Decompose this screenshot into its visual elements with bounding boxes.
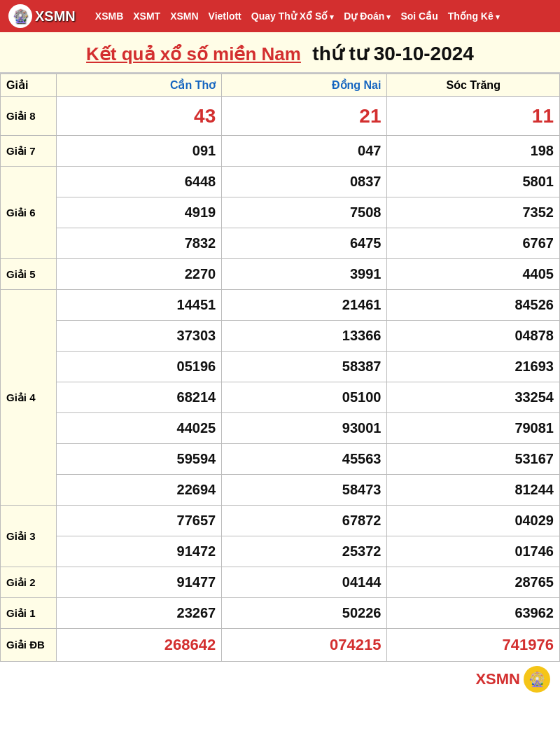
nav-vietlott[interactable]: Vietlott [209, 11, 241, 22]
data-cell-cantho: 05196 [57, 352, 222, 382]
data-cell-cantho: 268642 [57, 629, 222, 662]
logo-text: XSMN [35, 8, 76, 25]
table-row: Giải 2914770414428765 [1, 567, 560, 598]
nav-thongke[interactable]: Thống Kê [448, 11, 500, 22]
data-cell-cantho: 59594 [57, 444, 222, 475]
data-cell-cantho: 6448 [57, 167, 222, 197]
page-date: thứ tư 30-10-2024 [312, 43, 474, 64]
table-row: 682140510033254 [1, 382, 560, 413]
table-row: 491975087352 [1, 197, 560, 228]
data-cell-soctrang: 53167 [387, 444, 560, 475]
data-cell-dongnai: 6475 [222, 228, 387, 259]
giai-label: Giải 8 [1, 97, 57, 136]
nav-quaythu[interactable]: Quay Thử Xổ Số [251, 11, 335, 22]
table-row: Giải 8432111 [1, 97, 560, 136]
data-cell-cantho: 091 [57, 136, 222, 167]
giai-label: Giải 7 [1, 136, 57, 167]
footer: XSMN 🎡 [0, 662, 560, 700]
data-cell-soctrang: 04878 [387, 321, 560, 352]
data-cell-dongnai: 0837 [222, 167, 387, 197]
data-cell-soctrang: 741976 [387, 629, 560, 662]
data-cell-soctrang: 84526 [387, 290, 560, 321]
giai-label: Giải 2 [1, 567, 57, 598]
nav-xsmb[interactable]: XSMB [95, 11, 123, 22]
data-cell-soctrang: 21693 [387, 352, 560, 382]
data-cell-dongnai: 67872 [222, 506, 387, 536]
data-cell-soctrang: 11 [387, 97, 560, 136]
table-row: Giải ĐB268642074215741976 [1, 629, 560, 662]
giai-label: Giải 5 [1, 259, 57, 290]
data-cell-dongnai: 3991 [222, 259, 387, 290]
data-cell-cantho: 22694 [57, 475, 222, 506]
data-cell-cantho: 23267 [57, 598, 222, 629]
data-cell-cantho: 91472 [57, 536, 222, 567]
logo-icon: 🎡 [8, 4, 32, 28]
table-row: Giải 1232675022663962 [1, 598, 560, 629]
data-cell-dongnai: 21 [222, 97, 387, 136]
footer-logo-text: XSMN [475, 670, 520, 688]
data-cell-cantho: 7832 [57, 228, 222, 259]
data-cell-soctrang: 5801 [387, 167, 560, 197]
logo[interactable]: 🎡 XSMN [8, 4, 76, 28]
col-header-dongnai: Đồng Nai [222, 74, 387, 97]
giai-label: Giải 6 [1, 167, 57, 259]
table-row: Giải 7091047198 [1, 136, 560, 167]
data-cell-dongnai: 13366 [222, 321, 387, 352]
data-cell-cantho: 91477 [57, 567, 222, 598]
table-row: 373031336604878 [1, 321, 560, 352]
table-row: 440259300179081 [1, 413, 560, 444]
table-header-row: Giải Cần Thơ Đồng Nai Sóc Trăng [1, 74, 560, 97]
navbar: 🎡 XSMN XSMB XSMT XSMN Vietlott Quay Thử … [0, 0, 560, 32]
data-cell-soctrang: 79081 [387, 413, 560, 444]
data-cell-dongnai: 047 [222, 136, 387, 167]
data-cell-dongnai: 93001 [222, 413, 387, 444]
data-cell-soctrang: 6767 [387, 228, 560, 259]
data-cell-soctrang: 04029 [387, 506, 560, 536]
data-cell-dongnai: 074215 [222, 629, 387, 662]
data-cell-dongnai: 50226 [222, 598, 387, 629]
table-row: Giải 5227039914405 [1, 259, 560, 290]
data-cell-soctrang: 4405 [387, 259, 560, 290]
data-cell-soctrang: 81244 [387, 475, 560, 506]
data-cell-soctrang: 7352 [387, 197, 560, 228]
data-cell-cantho: 4919 [57, 197, 222, 228]
result-table: Giải Cần Thơ Đồng Nai Sóc Trăng Giải 843… [0, 74, 560, 662]
table-row: 783264756767 [1, 228, 560, 259]
giai-label: Giải 4 [1, 290, 57, 506]
page-title: Kết quả xổ số miền Nam [86, 43, 301, 64]
data-cell-dongnai: 45563 [222, 444, 387, 475]
table-row: 914722537201746 [1, 536, 560, 567]
data-cell-dongnai: 05100 [222, 382, 387, 413]
data-cell-soctrang: 198 [387, 136, 560, 167]
data-cell-dongnai: 58387 [222, 352, 387, 382]
data-cell-soctrang: 63962 [387, 598, 560, 629]
data-cell-cantho: 43 [57, 97, 222, 136]
nav-soicau[interactable]: Soi Cầu [400, 11, 438, 22]
page-header: Kết quả xổ số miền Nam thứ tư 30-10-2024 [0, 32, 560, 74]
nav-dudoan[interactable]: Dự Đoán [344, 11, 391, 22]
data-cell-dongnai: 04144 [222, 567, 387, 598]
table-row: Giải 3776576787204029 [1, 506, 560, 536]
table-row: 051965838721693 [1, 352, 560, 382]
table-row: Giải 6644808375801 [1, 167, 560, 197]
col-header-soctrang: Sóc Trăng [387, 74, 560, 97]
table-row: 595944556353167 [1, 444, 560, 475]
footer-logo-icon: 🎡 [524, 666, 550, 693]
data-cell-cantho: 14451 [57, 290, 222, 321]
col-header-cantho: Cần Thơ [57, 74, 222, 97]
giai-label: Giải 1 [1, 598, 57, 629]
nav-xsmn[interactable]: XSMN [170, 11, 198, 22]
data-cell-soctrang: 28765 [387, 567, 560, 598]
data-cell-soctrang: 33254 [387, 382, 560, 413]
data-cell-cantho: 44025 [57, 413, 222, 444]
giai-label: Giải ĐB [1, 629, 57, 662]
footer-logo: XSMN 🎡 [475, 666, 550, 693]
data-cell-cantho: 77657 [57, 506, 222, 536]
giai-label: Giải 3 [1, 506, 57, 567]
col-header-giai: Giải [1, 74, 57, 97]
nav-xsmt[interactable]: XSMT [133, 11, 160, 22]
data-cell-cantho: 68214 [57, 382, 222, 413]
data-cell-soctrang: 01746 [387, 536, 560, 567]
data-cell-cantho: 2270 [57, 259, 222, 290]
data-cell-dongnai: 25372 [222, 536, 387, 567]
